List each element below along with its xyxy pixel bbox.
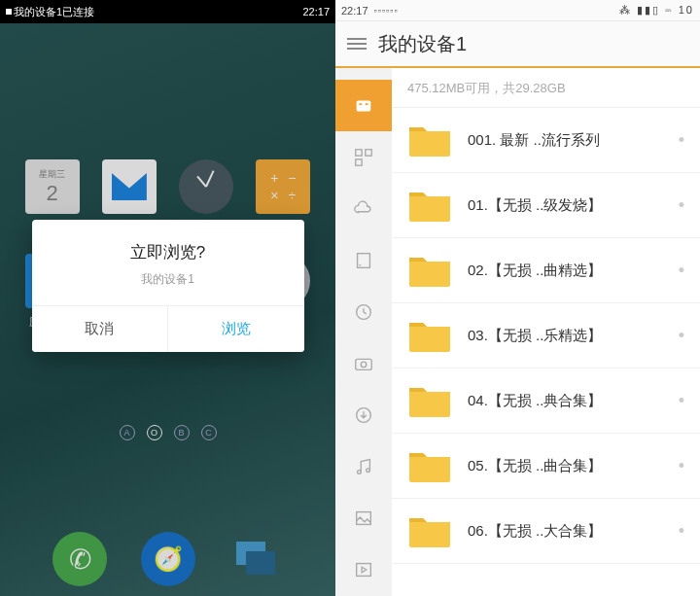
folder-row[interactable]: 05.【无损 ..曲合集】 •	[392, 434, 700, 499]
apps-icon	[353, 147, 374, 168]
chevron-right-icon: •	[679, 521, 684, 542]
svg-point-15	[367, 469, 370, 473]
folder-icon	[407, 317, 452, 354]
status-bar-right: 22:17 ▫▫▫▫▫▫ ⁂ ▮▮▯ ⎓ 10	[335, 0, 700, 21]
sidebar-image[interactable]	[335, 493, 392, 544]
recent-icon	[353, 301, 374, 323]
folder-name: 01.【无损 ..级发烧】	[468, 196, 679, 215]
folder-row[interactable]: 03.【无损 ..乐精选】 •	[392, 303, 700, 368]
signal-icon: ▮▮▯	[637, 4, 660, 16]
folder-icon	[407, 122, 452, 158]
folder-name: 001. 最新 ..流行系列	[468, 131, 679, 150]
cloud-icon	[353, 198, 374, 220]
music-icon	[353, 456, 374, 477]
fm-main: 475.12MB可用，共29.28GB 001. 最新 ..流行系列 • 01.…	[392, 68, 700, 596]
svg-rect-5	[356, 149, 362, 155]
status-title: 我的设备1已连接	[14, 5, 94, 19]
bluetooth-icon: ⁂	[619, 4, 632, 16]
folder-icon	[407, 447, 452, 484]
folder-row[interactable]: 06.【无损 ..大合集】 •	[392, 499, 700, 564]
fm-header: 我的设备1	[335, 21, 700, 68]
svg-rect-11	[356, 359, 372, 369]
folder-icon	[407, 382, 452, 419]
svg-rect-7	[356, 158, 362, 164]
confirm-button[interactable]: 浏览	[168, 306, 304, 352]
battery-percent: 10	[679, 4, 694, 16]
fm-sidebar	[335, 68, 392, 596]
folder-name: 02.【无损 ..曲精选】	[468, 262, 679, 280]
svg-rect-3	[359, 103, 362, 105]
fm-title: 我的设备1	[378, 31, 467, 57]
svg-rect-2	[357, 100, 371, 111]
storage-icon	[353, 250, 374, 271]
chevron-right-icon: •	[679, 456, 684, 476]
browse-dialog: 立即浏览? 我的设备1 取消 浏览	[32, 220, 304, 352]
chevron-right-icon: •	[679, 326, 684, 346]
sidebar-recent[interactable]	[335, 286, 392, 337]
svg-rect-4	[366, 103, 368, 105]
folder-icon	[407, 187, 452, 224]
folder-icon	[407, 512, 452, 549]
chevron-right-icon: •	[679, 391, 684, 411]
folder-row[interactable]: 01.【无损 ..级发烧】 •	[392, 173, 700, 238]
download-icon	[353, 404, 374, 426]
status-bar-left: 我的设备1已连接 22:17	[0, 0, 335, 23]
sidebar-apps[interactable]	[335, 131, 392, 183]
folder-row[interactable]: 02.【无损 ..曲精选】 •	[392, 238, 700, 303]
chevron-right-icon: •	[679, 261, 684, 281]
sidebar-cloud[interactable]	[335, 183, 392, 234]
image-icon	[353, 508, 374, 529]
notification-icon	[6, 9, 12, 15]
storage-info: 475.12MB可用，共29.28GB	[392, 68, 700, 108]
svg-rect-6	[366, 149, 371, 155]
status-notif-icons: ▫▫▫▫▫▫	[374, 6, 399, 16]
folder-row[interactable]: 001. 最新 ..流行系列 •	[392, 108, 700, 173]
file-manager: 22:17 ▫▫▫▫▫▫ ⁂ ▮▮▯ ⎓ 10 我的设备1	[335, 0, 700, 596]
chevron-right-icon: •	[679, 130, 684, 151]
dialog-overlay: 立即浏览? 我的设备1 取消 浏览	[0, 23, 335, 596]
folder-icon	[407, 252, 452, 289]
status-time-left: 22:17	[302, 6, 330, 18]
menu-icon[interactable]	[347, 38, 367, 50]
svg-point-9	[359, 263, 361, 265]
video-icon	[353, 559, 374, 580]
sidebar-usb[interactable]	[335, 80, 392, 131]
svg-point-12	[361, 362, 367, 368]
sidebar-download[interactable]	[335, 390, 392, 441]
folder-name: 05.【无损 ..曲合集】	[468, 457, 679, 475]
svg-rect-8	[358, 253, 370, 267]
sidebar-video[interactable]	[335, 544, 392, 596]
usb-icon	[353, 95, 374, 117]
cancel-button[interactable]: 取消	[32, 306, 169, 352]
dialog-title: 立即浏览?	[42, 241, 295, 263]
folder-name: 06.【无损 ..大合集】	[468, 522, 679, 541]
dialog-subtitle: 我的设备1	[42, 271, 295, 288]
battery-icon: ⎓	[665, 4, 674, 16]
camera-icon	[353, 353, 374, 374]
folder-row[interactable]: 04.【无损 ..典合集】 •	[392, 368, 700, 434]
status-system-icons: ⁂ ▮▮▯ ⎓ 10	[619, 4, 694, 17]
svg-rect-17	[357, 564, 371, 577]
sidebar-storage[interactable]	[335, 234, 392, 286]
folder-name: 04.【无损 ..典合集】	[468, 392, 679, 410]
sidebar-camera[interactable]	[335, 337, 392, 389]
folder-list[interactable]: 001. 最新 ..流行系列 • 01.【无损 ..级发烧】 • 02.【无损 …	[392, 108, 700, 596]
folder-name: 03.【无损 ..乐精选】	[468, 327, 679, 345]
svg-point-14	[358, 471, 362, 474]
chevron-right-icon: •	[679, 195, 684, 216]
status-time-right: 22:17	[341, 5, 368, 17]
home-screen: 我的设备1已连接 22:17 星期三 2 日历 邮件 时钟 +− ×÷ 计算器	[0, 0, 335, 596]
sidebar-music[interactable]	[335, 441, 392, 493]
